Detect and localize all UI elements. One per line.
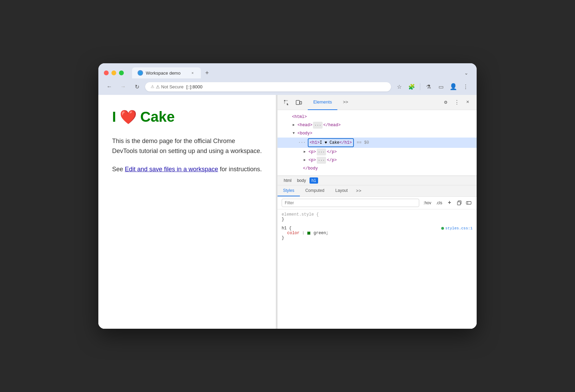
filter-buttons: :hov .cls + xyxy=(422,199,473,207)
security-warning: ⚠ ⚠ Not Secure xyxy=(151,84,184,89)
copy-style-button[interactable] xyxy=(455,199,463,207)
css-source-link[interactable]: styles.css:1 xyxy=(441,226,473,230)
warning-icon: ⚠ xyxy=(151,84,154,89)
address-bar[interactable]: ⚠ ⚠ Not Secure [::]:8000 xyxy=(145,82,391,91)
css-rule-h1: h1 { styles.css:1 color : green; xyxy=(282,226,473,240)
tab-elements[interactable]: Elements xyxy=(308,95,337,110)
ellipsis-button[interactable]: ··· xyxy=(317,157,326,164)
dom-p1-line[interactable]: ▶ <p> ··· </p> xyxy=(278,148,477,156)
lab-button[interactable]: ⚗ xyxy=(423,81,434,92)
nav-bar: ← → ↻ ⚠ ⚠ Not Secure [::]:8000 ☆ 🧩 ⚗ ▭ 👤… xyxy=(98,78,477,95)
page-content: I ❤️ Cake This is the demo page for the … xyxy=(98,95,276,329)
inspect-element-button[interactable] xyxy=(282,98,291,107)
tab-close-button[interactable]: × xyxy=(190,70,195,76)
devtools-tab-list: Elements >> xyxy=(308,95,438,110)
minimize-window-button[interactable] xyxy=(111,70,116,75)
security-label: ⚠ Not Secure xyxy=(156,84,184,89)
breadcrumb-html[interactable]: html xyxy=(282,177,294,184)
sidebar-button[interactable]: ▭ xyxy=(435,81,446,92)
svg-rect-2 xyxy=(287,100,288,101)
dom-h1-line[interactable]: ··· <h1>I ♥ Cake</h1> == $0 xyxy=(278,138,477,148)
profile-button[interactable]: 👤 xyxy=(448,81,459,92)
css-rule-element-style: element.style { } xyxy=(282,212,473,222)
heading-suffix: Cake xyxy=(140,109,175,125)
svg-rect-8 xyxy=(466,202,471,204)
ellipsis-button[interactable]: ··· xyxy=(313,122,323,129)
nav-separator xyxy=(420,83,420,90)
dom-h1-highlighted: <h1>I ♥ Cake</h1> xyxy=(308,138,354,147)
css-property-color: color : green; xyxy=(282,231,473,236)
tab-more-styles[interactable]: >> xyxy=(353,186,364,196)
selected-element-ref: == $0 xyxy=(357,139,369,146)
device-toolbar-button[interactable] xyxy=(294,98,304,107)
styles-panel: element.style { } h1 { styles.css:1 xyxy=(278,209,477,329)
cls-button[interactable]: .cls xyxy=(435,200,444,206)
css-rules-list: element.style { } h1 { styles.css:1 xyxy=(278,209,477,247)
color-swatch[interactable] xyxy=(307,231,311,235)
svg-rect-3 xyxy=(284,101,285,102)
svg-rect-1 xyxy=(285,100,286,101)
svg-rect-5 xyxy=(296,100,300,105)
css-source-label: styles.css:1 xyxy=(445,226,473,230)
devtools-close-button[interactable]: × xyxy=(463,98,473,107)
tab-styles[interactable]: Styles xyxy=(278,185,300,196)
menu-button[interactable]: ⋮ xyxy=(460,81,471,92)
css-source-dot xyxy=(441,227,444,230)
tab-more[interactable]: >> xyxy=(337,95,354,110)
devtools-panel: Elements >> ⚙ ⋮ × <html> xyxy=(277,95,477,329)
devtools-toolbar: Elements >> ⚙ ⋮ × xyxy=(278,95,477,110)
css-rule-selector: element.style { xyxy=(282,212,473,217)
tab-layout[interactable]: Layout xyxy=(330,185,353,196)
reload-button[interactable]: ↻ xyxy=(131,81,142,92)
close-window-button[interactable] xyxy=(104,70,109,75)
extensions-button[interactable]: 🧩 xyxy=(406,81,417,92)
breadcrumb-h1[interactable]: h1 xyxy=(310,177,318,184)
ellipsis-button[interactable]: ··· xyxy=(317,149,326,155)
hov-button[interactable]: :hov xyxy=(422,200,433,206)
dom-more-dots[interactable]: ··· xyxy=(298,139,306,146)
dom-tree: <html> ▶ <head> ··· </head> ▼ <body> ··· xyxy=(278,110,477,176)
svg-rect-6 xyxy=(300,101,302,104)
expand-icon: ▶ xyxy=(293,122,297,129)
svg-rect-7 xyxy=(457,202,460,205)
forward-button: → xyxy=(118,81,129,92)
content-area: I ❤️ Cake This is the demo page for the … xyxy=(98,95,477,329)
styles-filter-input[interactable] xyxy=(282,199,419,207)
nav-icons: ☆ 🧩 ⚗ ▭ 👤 ⋮ xyxy=(394,81,471,92)
expand-icon: ▶ xyxy=(304,149,308,155)
css-rule-closing-h1: } xyxy=(282,236,473,240)
tab-computed[interactable]: Computed xyxy=(300,185,330,196)
breadcrumb-bar: html body h1 xyxy=(278,176,477,185)
address-text: [::]:8000 xyxy=(186,84,203,89)
heart-emoji: ❤️ xyxy=(120,109,137,125)
fullscreen-window-button[interactable] xyxy=(119,70,124,75)
dom-body-line[interactable]: ▼ <body> xyxy=(278,129,477,138)
heading-prefix: I xyxy=(112,109,116,125)
expand-icon: ▼ xyxy=(293,130,297,137)
add-style-button[interactable]: + xyxy=(446,199,453,207)
new-tab-button[interactable]: + xyxy=(202,68,212,78)
devtools-settings-button[interactable]: ⚙ xyxy=(441,98,451,107)
devtools-actions: ⚙ ⋮ × xyxy=(441,98,473,107)
tab-title: Workspace demo xyxy=(146,70,187,76)
svg-rect-4 xyxy=(284,103,285,104)
browser-window: 🌐 Workspace demo × + ⌄ ← → ↻ ⚠ ⚠ Not Sec… xyxy=(98,63,477,329)
toggle-style-button[interactable] xyxy=(465,199,473,207)
filter-bar: :hov .cls + xyxy=(278,197,477,209)
dom-p2-line[interactable]: ▶ <p> ··· </p> xyxy=(278,156,477,164)
devtools-more-button[interactable]: ⋮ xyxy=(452,98,462,107)
workspace-link[interactable]: Edit and save files in a workspace xyxy=(125,166,218,173)
page-link-section: See Edit and save files in a workspace f… xyxy=(112,164,262,174)
dom-head-line[interactable]: ▶ <head> ··· </head> xyxy=(278,121,477,129)
dom-body-close-line[interactable]: </body xyxy=(278,164,477,173)
more-tabs-label: >> xyxy=(343,99,348,105)
dom-html-line[interactable]: <html> xyxy=(278,113,477,121)
breadcrumb-body[interactable]: body xyxy=(295,177,308,184)
tab-menu-button[interactable]: ⌄ xyxy=(462,68,471,78)
active-tab[interactable]: 🌐 Workspace demo × xyxy=(132,67,201,78)
styles-sub-tabs: Styles Computed Layout >> xyxy=(278,185,477,197)
title-bar: 🌐 Workspace demo × + ⌄ xyxy=(98,63,477,78)
back-button[interactable]: ← xyxy=(104,81,115,92)
elements-tab-label: Elements xyxy=(313,99,332,105)
bookmark-button[interactable]: ☆ xyxy=(394,81,405,92)
